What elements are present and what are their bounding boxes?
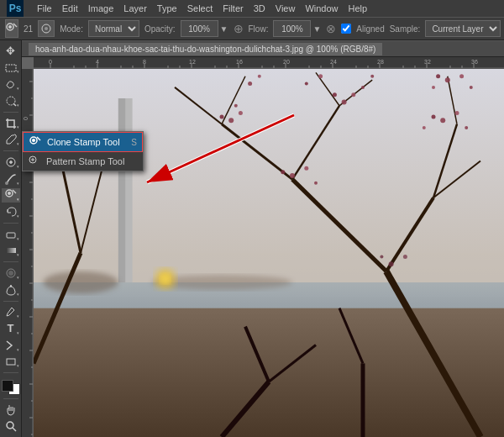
menu-3d[interactable]: 3D [254,3,265,13]
svg-rect-15 [7,233,15,238]
flyout-item-clone-stamp[interactable]: Clone Stamp Tool S [23,132,143,152]
sample-label: Sample: [390,24,421,34]
svg-text:12: 12 [189,59,196,65]
svg-point-141 [423,126,426,129]
svg-text:32: 32 [424,59,431,65]
tool-type[interactable]: T ▾ [2,321,20,336]
tool-brush[interactable]: ▾ [2,171,20,187]
flow-label: Flow: [249,24,269,34]
svg-text:0: 0 [49,59,52,65]
menu-edit[interactable]: Edit [62,3,78,13]
tool-eyedropper[interactable]: ▾ [2,132,20,147]
tool-path-select[interactable]: ▾ [2,338,20,353]
svg-point-121 [220,114,224,118]
sample-select[interactable]: Current Layer [425,20,501,37]
toolbar-divider-2 [3,150,18,151]
ruler-horizontal: 0 4 8 12 16 [34,57,504,69]
svg-point-11 [5,182,8,185]
menu-file[interactable]: File [37,3,52,13]
photo-scene [34,69,504,437]
canvas-with-ruler: 0 [22,69,504,437]
flow-input[interactable] [273,20,311,37]
menu-view[interactable]: View [276,3,296,13]
doc-tab: hoa-anh-dao-dua-nhau-khoe-sac-tai-thu-do… [22,40,504,57]
brush-size-label: 21 [24,24,33,34]
tool-lasso[interactable]: ▾ [2,76,20,92]
svg-point-1 [8,25,12,29]
svg-line-22 [13,428,16,431]
aligned-checkbox[interactable] [341,24,351,34]
svg-point-100 [43,271,118,293]
svg-point-133 [459,74,464,78]
opacity-label: Opacity: [144,24,176,34]
svg-line-7 [13,103,16,106]
photo-canvas [34,69,504,437]
clone-stamp-label: Clone Stamp Tool [47,137,120,147]
svg-point-4 [45,27,48,30]
menu-filter[interactable]: Filter [223,3,243,13]
flyout-item-pattern-stamp[interactable]: Pattern Stamp Tool [23,152,143,171]
opacity-control[interactable]: ▼ [181,20,228,37]
tool-hand[interactable] [2,403,20,418]
menu-help[interactable]: Help [349,3,368,13]
menu-type[interactable]: Type [157,3,177,13]
flyout-menu: Clone Stamp Tool S Pattern Stamp Tool [22,131,144,171]
spray-icon: ⊗ [326,22,336,35]
left-toolbar: ✥ ▾ ▾ ▾ ▾ ▾ ▾ [0,40,22,437]
tool-move[interactable]: ✥ [2,44,20,59]
toolbar-divider-3 [3,223,18,224]
toolbar-divider-6 [3,372,18,373]
svg-point-103 [160,274,171,284]
tool-marquee[interactable]: ▾ [2,61,20,76]
tool-quick-select[interactable]: ▾ [2,93,20,108]
clone-stamp-flyout-icon [29,135,42,149]
svg-point-128 [361,86,365,89]
svg-point-124 [258,75,261,78]
active-tab[interactable]: hoa-anh-dao-dua-nhau-khoe-sac-tai-thu-do… [29,43,382,55]
svg-rect-5 [6,65,16,71]
pattern-stamp-flyout-icon [28,155,41,168]
opacity-input[interactable] [181,20,218,37]
svg-rect-96 [34,308,504,437]
svg-point-131 [305,82,308,86]
svg-text:36: 36 [471,59,478,65]
svg-point-138 [455,111,459,115]
tool-dodge[interactable]: ▾ [2,282,20,297]
svg-point-147 [403,255,407,259]
svg-text:8: 8 [143,59,146,65]
tool-blur[interactable]: ▾ [2,266,20,281]
aligned-label: Aligned [356,24,384,34]
svg-point-119 [228,118,234,123]
toolbar-divider-7 [3,398,18,399]
svg-point-142 [290,173,295,178]
menu-select[interactable]: Select [187,3,213,13]
tool-zoom[interactable] [2,419,20,434]
fg-bg-colors[interactable] [2,380,20,395]
canvas-area: hoa-anh-dao-dua-nhau-khoe-sac-tai-thu-do… [22,40,504,437]
menu-image[interactable]: Image [88,3,114,13]
toolbar-divider-4 [3,261,18,262]
menu-window[interactable]: Window [305,3,338,13]
tool-eraser[interactable]: ▾ [2,227,20,242]
svg-point-127 [333,92,337,97]
flow-control[interactable]: ▼ [273,20,321,37]
svg-text:20: 20 [283,59,290,65]
options-bar: 21 Mode: Normal Opacity: ▼ ⊕ Flow: ▼ ⊗ A… [0,17,504,40]
svg-rect-99 [118,98,125,282]
toolbar-divider-1 [3,112,18,113]
svg-text:4: 4 [96,59,99,65]
tool-crop[interactable]: ▾ [2,116,20,131]
mode-select[interactable]: Normal [88,20,139,37]
fg-color[interactable] [2,380,13,392]
main-layout: ✥ ▾ ▾ ▾ ▾ ▾ ▾ [0,40,504,437]
svg-point-125 [342,99,347,104]
tool-spot-heal[interactable]: ▾ [2,155,20,170]
tool-shape[interactable]: ▾ [2,355,20,370]
tool-history-brush[interactable]: ▾ [2,204,20,219]
tool-gradient[interactable]: ▾ [2,244,20,259]
pattern-stamp-label: Pattern Stamp Tool [46,156,124,166]
clone-stamp-shortcut: S [131,138,137,147]
tool-clone-stamp[interactable]: ▾ [2,188,20,203]
tool-pen[interactable]: ▾ [2,304,20,319]
menu-layer[interactable]: Layer [123,3,147,13]
